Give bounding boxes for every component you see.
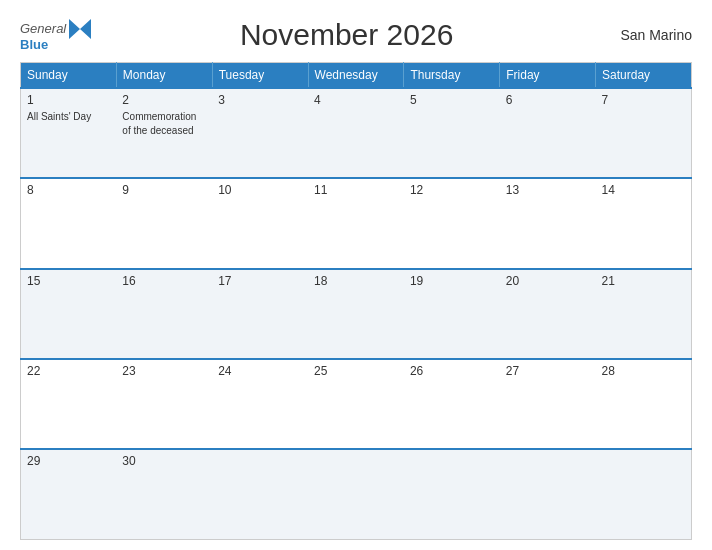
calendar-cell: 14 bbox=[596, 178, 692, 268]
calendar-cell: 5 bbox=[404, 88, 500, 178]
day-number: 11 bbox=[314, 183, 398, 197]
day-number: 17 bbox=[218, 274, 302, 288]
col-tuesday: Tuesday bbox=[212, 63, 308, 89]
calendar-cell: 18 bbox=[308, 269, 404, 359]
calendar-cell: 7 bbox=[596, 88, 692, 178]
calendar-cell: 8 bbox=[21, 178, 117, 268]
header: General Blue November 2026 San Marino bbox=[20, 18, 692, 52]
calendar-cell: 6 bbox=[500, 88, 596, 178]
calendar-cell: 25 bbox=[308, 359, 404, 449]
logo-general-text: General bbox=[20, 21, 66, 36]
calendar-cell: 28 bbox=[596, 359, 692, 449]
day-number: 14 bbox=[602, 183, 685, 197]
calendar-cell: 21 bbox=[596, 269, 692, 359]
day-number: 29 bbox=[27, 454, 110, 468]
col-saturday: Saturday bbox=[596, 63, 692, 89]
calendar-cell: 29 bbox=[21, 449, 117, 539]
calendar-cell: 10 bbox=[212, 178, 308, 268]
calendar-title: November 2026 bbox=[91, 18, 602, 52]
col-sunday: Sunday bbox=[21, 63, 117, 89]
calendar-cell bbox=[404, 449, 500, 539]
calendar-cell: 13 bbox=[500, 178, 596, 268]
calendar-cell: 23 bbox=[116, 359, 212, 449]
calendar-cell: 2Commemoration of the deceased bbox=[116, 88, 212, 178]
day-number: 8 bbox=[27, 183, 110, 197]
calendar-cell: 20 bbox=[500, 269, 596, 359]
calendar-cell: 1All Saints' Day bbox=[21, 88, 117, 178]
calendar-cell bbox=[212, 449, 308, 539]
calendar-cell: 15 bbox=[21, 269, 117, 359]
col-wednesday: Wednesday bbox=[308, 63, 404, 89]
day-number: 22 bbox=[27, 364, 110, 378]
logo-flag-icon bbox=[69, 19, 91, 39]
day-number: 24 bbox=[218, 364, 302, 378]
calendar-cell: 27 bbox=[500, 359, 596, 449]
day-number: 23 bbox=[122, 364, 206, 378]
day-number: 6 bbox=[506, 93, 590, 107]
day-number: 28 bbox=[602, 364, 685, 378]
calendar-week-4: 22232425262728 bbox=[21, 359, 692, 449]
calendar-cell: 3 bbox=[212, 88, 308, 178]
calendar-header-row: Sunday Monday Tuesday Wednesday Thursday… bbox=[21, 63, 692, 89]
calendar-week-1: 1All Saints' Day2Commemoration of the de… bbox=[21, 88, 692, 178]
day-number: 10 bbox=[218, 183, 302, 197]
calendar-page: General Blue November 2026 San Marino Su… bbox=[0, 0, 712, 550]
day-number: 15 bbox=[27, 274, 110, 288]
calendar-cell: 30 bbox=[116, 449, 212, 539]
calendar-week-2: 891011121314 bbox=[21, 178, 692, 268]
day-number: 20 bbox=[506, 274, 590, 288]
calendar-cell bbox=[500, 449, 596, 539]
day-number: 30 bbox=[122, 454, 206, 468]
day-event: Commemoration of the deceased bbox=[122, 111, 196, 136]
calendar-cell bbox=[308, 449, 404, 539]
calendar-cell: 22 bbox=[21, 359, 117, 449]
calendar-week-3: 15161718192021 bbox=[21, 269, 692, 359]
day-number: 1 bbox=[27, 93, 110, 107]
svg-marker-0 bbox=[69, 19, 91, 39]
calendar-cell: 17 bbox=[212, 269, 308, 359]
calendar-cell: 4 bbox=[308, 88, 404, 178]
day-event: All Saints' Day bbox=[27, 111, 91, 122]
calendar-cell: 24 bbox=[212, 359, 308, 449]
day-number: 21 bbox=[602, 274, 685, 288]
calendar-cell: 9 bbox=[116, 178, 212, 268]
calendar-cell: 12 bbox=[404, 178, 500, 268]
calendar-cell bbox=[596, 449, 692, 539]
day-number: 9 bbox=[122, 183, 206, 197]
day-number: 4 bbox=[314, 93, 398, 107]
day-number: 3 bbox=[218, 93, 302, 107]
location-label: San Marino bbox=[602, 27, 692, 43]
calendar-table: Sunday Monday Tuesday Wednesday Thursday… bbox=[20, 62, 692, 540]
day-number: 2 bbox=[122, 93, 206, 107]
calendar-cell: 19 bbox=[404, 269, 500, 359]
calendar-cell: 26 bbox=[404, 359, 500, 449]
day-number: 26 bbox=[410, 364, 494, 378]
calendar-cell: 11 bbox=[308, 178, 404, 268]
col-thursday: Thursday bbox=[404, 63, 500, 89]
day-number: 7 bbox=[602, 93, 685, 107]
day-number: 19 bbox=[410, 274, 494, 288]
col-friday: Friday bbox=[500, 63, 596, 89]
col-monday: Monday bbox=[116, 63, 212, 89]
logo-blue-text: Blue bbox=[20, 37, 48, 52]
day-number: 13 bbox=[506, 183, 590, 197]
day-number: 25 bbox=[314, 364, 398, 378]
day-number: 5 bbox=[410, 93, 494, 107]
calendar-week-5: 2930 bbox=[21, 449, 692, 539]
day-number: 16 bbox=[122, 274, 206, 288]
logo: General Blue bbox=[20, 19, 91, 52]
calendar-cell: 16 bbox=[116, 269, 212, 359]
day-number: 12 bbox=[410, 183, 494, 197]
day-number: 27 bbox=[506, 364, 590, 378]
day-number: 18 bbox=[314, 274, 398, 288]
